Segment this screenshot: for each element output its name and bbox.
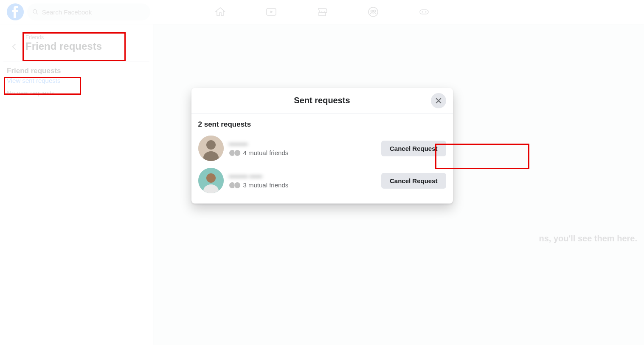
sent-requests-modal: Sent requests 2 sent requests ——— 4 mutu… (191, 88, 453, 204)
avatar[interactable] (198, 168, 224, 193)
close-icon (434, 96, 443, 105)
mutual-avatars (229, 182, 241, 189)
mutual-friends-text: 3 mutual friends (243, 181, 289, 189)
mini-avatar (234, 150, 241, 156)
avatar[interactable] (198, 136, 224, 161)
request-info: ——— 4 mutual friends (229, 140, 381, 156)
cancel-request-button[interactable]: Cancel Request (381, 173, 446, 189)
mutual-row: 3 mutual friends (229, 181, 381, 189)
request-info: ——— —— 3 mutual friends (229, 172, 381, 189)
mutual-friends-text: 4 mutual friends (243, 149, 289, 156)
request-row[interactable]: ——— —— 3 mutual friends Cancel Request (198, 164, 446, 197)
request-name[interactable]: ——— —— (229, 172, 381, 180)
sent-count-label: 2 sent requests (198, 120, 446, 129)
mini-avatar (234, 182, 241, 189)
svg-point-14 (206, 173, 216, 183)
mutual-row: 4 mutual friends (229, 149, 381, 156)
svg-point-11 (206, 140, 216, 150)
modal-title: Sent requests (294, 96, 350, 105)
request-row[interactable]: ——— 4 mutual friends Cancel Request (198, 132, 446, 164)
modal-header: Sent requests (191, 88, 453, 113)
modal-body: 2 sent requests ——— 4 mutual friends Can… (191, 113, 453, 204)
mutual-avatars (229, 150, 241, 156)
cancel-request-button[interactable]: Cancel Request (381, 141, 446, 156)
close-button[interactable] (431, 93, 446, 108)
request-name[interactable]: ——— (229, 140, 381, 147)
